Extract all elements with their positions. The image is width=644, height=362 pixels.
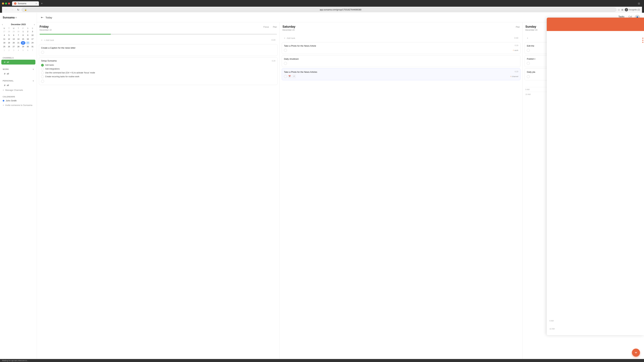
cal-day-27[interactable]: 27	[2, 30, 6, 33]
calendar-prev-button[interactable]: ‹	[2, 23, 3, 26]
float-action-button[interactable]	[632, 349, 640, 357]
cal-day-4b[interactable]: 4	[16, 49, 21, 52]
refresh-button[interactable]: ↻	[16, 8, 20, 12]
cal-day-4[interactable]: 4	[2, 33, 6, 37]
manage-channels-button[interactable]: + Manage Channels	[0, 88, 37, 92]
setup-check-2[interactable]	[41, 71, 44, 74]
cal-day-29[interactable]: 29	[12, 30, 16, 33]
cal-day-8[interactable]: 8	[21, 33, 25, 37]
saturday-add-task[interactable]: + Add task 0:40	[282, 35, 520, 41]
task-articles-header: Take a Photo for the News Articles 0:20	[284, 70, 518, 73]
cal-day-18[interactable]: 18	[2, 41, 6, 44]
task-caption-check[interactable]	[41, 51, 44, 54]
sidebar-item-work-all[interactable]: # all	[1, 71, 36, 76]
setup-check-1[interactable]	[41, 68, 44, 70]
saturday-plan-label[interactable]: Plan	[516, 26, 520, 28]
sidebar-item-personal-all[interactable]: # all	[1, 83, 36, 88]
incognito-button[interactable]: 2Incognito (2)	[625, 8, 640, 11]
cal-day-1b[interactable]: 1	[2, 49, 6, 52]
calendar-next-button[interactable]: ›	[34, 23, 35, 26]
cal-day-30[interactable]: 30	[16, 30, 21, 33]
cal-day-5[interactable]: 5	[7, 33, 11, 37]
cal-day-24[interactable]: 24	[30, 41, 35, 44]
cal-day-31[interactable]: 31	[30, 45, 35, 48]
cal-day-9[interactable]: 9	[26, 33, 30, 37]
cal-day-26[interactable]: 26	[7, 45, 11, 48]
setup-item-3: Create recurring tasks for routine work	[41, 75, 276, 78]
task-articles-check[interactable]	[284, 75, 287, 78]
invite-someone-button[interactable]: + Invite someone to Sunsama	[0, 103, 37, 107]
cal-day-12[interactable]: 12	[7, 37, 11, 41]
personal-toggle[interactable]: ∨	[32, 80, 34, 82]
task-publish-check[interactable]	[527, 62, 530, 65]
cal-day-28b[interactable]: 28	[16, 45, 21, 48]
task-photo-header: Take a Photo for the News Article 0:20	[284, 44, 518, 47]
back-button[interactable]: ←	[4, 8, 9, 11]
cal-day-21[interactable]: 21	[16, 41, 21, 44]
collapse-sidebar-button[interactable]: ⇤	[41, 15, 44, 19]
hash-icon: #	[4, 61, 5, 63]
tab-close-button[interactable]: ×	[36, 2, 37, 5]
task-photo-title: Take a Photo for the News Article	[284, 44, 513, 47]
address-bar[interactable]: 🔒 app.sunsama.com/group/1703182764469638…	[22, 8, 616, 12]
cal-day-13[interactable]: 13	[12, 37, 16, 41]
window-close[interactable]	[8, 2, 10, 4]
task-edit-check[interactable]	[527, 49, 530, 52]
cal-day-19[interactable]: 19	[7, 41, 11, 44]
friday-add-task[interactable]: + + Add task 0:20	[39, 37, 278, 43]
cal-day-25[interactable]: 25	[2, 45, 6, 48]
cal-day-30b[interactable]: 30	[26, 45, 30, 48]
friday-focus-label[interactable]: Focus	[264, 26, 269, 28]
sidebar-item-all-channels[interactable]: # all	[1, 60, 36, 64]
cal-day-17[interactable]: 17	[30, 37, 35, 41]
today-button[interactable]: Today	[46, 16, 52, 19]
cal-day-23-selected[interactable]: 23	[26, 41, 30, 44]
setup-check-3[interactable]	[41, 75, 44, 78]
cal-day-28[interactable]: 28	[7, 30, 11, 33]
cal-day-10[interactable]: 10	[30, 33, 35, 37]
cal-day-3[interactable]: 3	[30, 30, 35, 33]
task-calendar-icon[interactable]: 📅	[288, 75, 291, 78]
cal-day-3b[interactable]: 3	[12, 49, 16, 52]
setup-footer-check[interactable]	[41, 80, 44, 83]
cal-day-5b[interactable]: 5	[21, 49, 25, 52]
cal-day-15[interactable]: 15	[21, 37, 25, 41]
cal-day-6[interactable]: 6	[12, 33, 16, 37]
task-daily-plan-check[interactable]	[527, 75, 530, 78]
saturday-task-articles[interactable]: Take a Photo for the News Articles 0:20 …	[282, 68, 520, 80]
extensions-button[interactable]: ⊞	[621, 8, 623, 11]
cal-day-1[interactable]: 1	[21, 30, 25, 33]
overlay-time-10am: 10 AM	[550, 328, 554, 330]
forward-button[interactable]: →	[10, 8, 15, 11]
cal-day-7b[interactable]: 7	[30, 49, 35, 52]
restore-window[interactable]: ⊡	[638, 2, 640, 5]
saturday-task-photo[interactable]: Take a Photo for the News Article 0:20 #…	[282, 42, 520, 54]
cal-day-6b[interactable]: 6	[26, 49, 30, 52]
cal-day-7[interactable]: 7	[16, 33, 21, 37]
cal-day-14[interactable]: 14	[16, 37, 21, 41]
cal-day-20[interactable]: 20	[12, 41, 16, 44]
task-photo-check[interactable]	[284, 49, 287, 52]
cal-day-27b[interactable]: 27	[12, 45, 16, 48]
calendar-user-item[interactable]: John Smith	[0, 98, 37, 103]
setup-check-0[interactable]: ✓	[41, 64, 44, 66]
task-shutdown-check[interactable]	[284, 62, 287, 65]
cal-day-22-today[interactable]: 22	[21, 41, 25, 44]
cal-day-2b[interactable]: 2	[7, 49, 11, 52]
saturday-total-time: 0:40	[514, 37, 518, 39]
cal-day-11[interactable]: 11	[2, 37, 6, 41]
work-toggle[interactable]: ∨	[32, 68, 34, 70]
saturday-task-shutdown[interactable]: Daily shutdown	[282, 55, 520, 67]
friday-task-caption[interactable]: Create a Caption for the news letter	[39, 44, 278, 56]
window-maximize[interactable]	[5, 2, 7, 4]
cal-day-2[interactable]: 2	[26, 30, 30, 33]
cal-day-16[interactable]: 16	[26, 37, 30, 41]
friday-plan-label[interactable]: Plan	[273, 26, 277, 28]
bookmark-button[interactable]: ☆	[618, 8, 620, 11]
new-tab-button[interactable]: +	[40, 2, 44, 5]
window-minimize[interactable]	[2, 2, 4, 4]
cal-day-29b[interactable]: 29	[21, 45, 25, 48]
task-clock-icon[interactable]: ⏱	[292, 75, 296, 78]
app-title[interactable]: Sunsama ∨	[3, 16, 34, 19]
browser-tab-active[interactable]: S Sunsama ×	[12, 1, 39, 6]
